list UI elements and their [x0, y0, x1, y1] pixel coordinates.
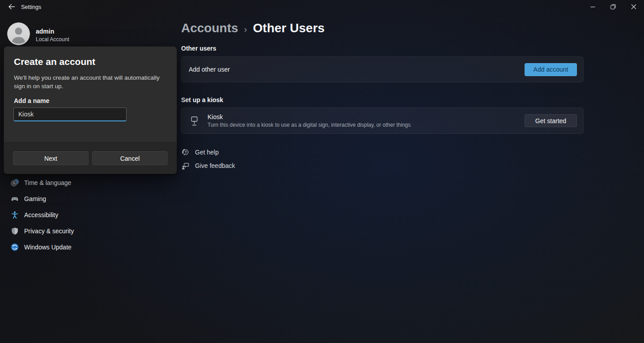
add-other-user-card: Add other user Add account [181, 56, 584, 82]
window-controls [582, 0, 644, 14]
avatar [7, 22, 30, 45]
dialog-title: Create an account [14, 56, 95, 67]
create-account-dialog: Create an account We'll help you create … [4, 46, 177, 174]
kiosk-text: Kiosk Turn this device into a kiosk to u… [208, 113, 518, 128]
sidebar-item-label: Gaming [24, 195, 46, 202]
user-profile: admin Local Account [7, 22, 123, 46]
page-title: Other Users [253, 21, 325, 35]
profile-name: admin [36, 28, 54, 35]
next-button[interactable]: Next [13, 151, 89, 165]
kiosk-title: Kiosk [208, 113, 518, 120]
sidebar-item-windows-update[interactable]: Windows Update [2, 239, 132, 255]
sidebar-item-time-language[interactable]: Time & language [2, 175, 132, 191]
close-icon [631, 4, 636, 11]
sidebar-item-gaming[interactable]: Gaming [2, 191, 132, 207]
minimize-button[interactable] [582, 0, 603, 14]
close-button[interactable] [623, 0, 644, 14]
kiosk-icon [187, 116, 201, 126]
help-links: ? Get help Give feedback [182, 146, 235, 172]
give-feedback-link[interactable]: Give feedback [182, 159, 235, 172]
windows-update-icon [11, 243, 19, 251]
kiosk-description: Turn this device into a kiosk to use as … [208, 122, 518, 128]
back-button[interactable] [3, 0, 21, 14]
help-bubble-icon: ? [182, 149, 189, 156]
account-name-input[interactable] [13, 107, 127, 121]
add-name-label: Add a name [14, 97, 49, 104]
time-language-icon [11, 179, 19, 187]
gaming-icon [11, 195, 19, 203]
cancel-button[interactable]: Cancel [92, 151, 168, 165]
section-label-kiosk: Set up a kiosk [181, 96, 223, 103]
sidebar-item-accessibility[interactable]: Accessibility [2, 207, 132, 223]
sidebar-item-privacy-security[interactable]: Privacy & security [2, 223, 132, 239]
add-other-user-title: Add other user [189, 66, 525, 73]
get-started-button[interactable]: Get started [525, 114, 577, 127]
sidebar-item-label: Accessibility [24, 211, 58, 219]
breadcrumb-separator-icon: › [244, 22, 247, 34]
sidebar-item-label: Time & language [24, 179, 71, 186]
dialog-description: We'll help you create an account that wi… [14, 74, 170, 91]
privacy-security-icon [11, 227, 19, 235]
window-title: Settings [21, 4, 41, 10]
back-arrow-icon [8, 3, 15, 12]
sidebar-item-label: Privacy & security [24, 227, 74, 235]
section-label-other-users: Other users [181, 45, 216, 52]
kiosk-card: Kiosk Turn this device into a kiosk to u… [181, 107, 584, 134]
svg-text:?: ? [185, 150, 187, 154]
breadcrumb-accounts[interactable]: Accounts [181, 21, 238, 35]
get-help-link[interactable]: ? Get help [182, 146, 219, 159]
profile-account-type: Local Account [36, 36, 69, 43]
get-help-label: Get help [195, 149, 219, 156]
feedback-icon [182, 162, 189, 170]
dialog-footer: Next Cancel [4, 142, 177, 174]
restore-icon [610, 4, 616, 11]
give-feedback-label: Give feedback [195, 162, 235, 169]
accessibility-icon [11, 211, 19, 219]
restore-button[interactable] [603, 0, 623, 14]
main-content: Accounts › Other Users Other users Add o… [181, 0, 584, 343]
sidebar-nav: Time & language Gaming Accessibility Pri… [2, 175, 132, 255]
breadcrumb: Accounts › Other Users [181, 21, 325, 35]
sidebar-item-label: Windows Update [24, 244, 72, 251]
minimize-icon [590, 4, 595, 11]
add-account-button[interactable]: Add account [525, 63, 577, 76]
